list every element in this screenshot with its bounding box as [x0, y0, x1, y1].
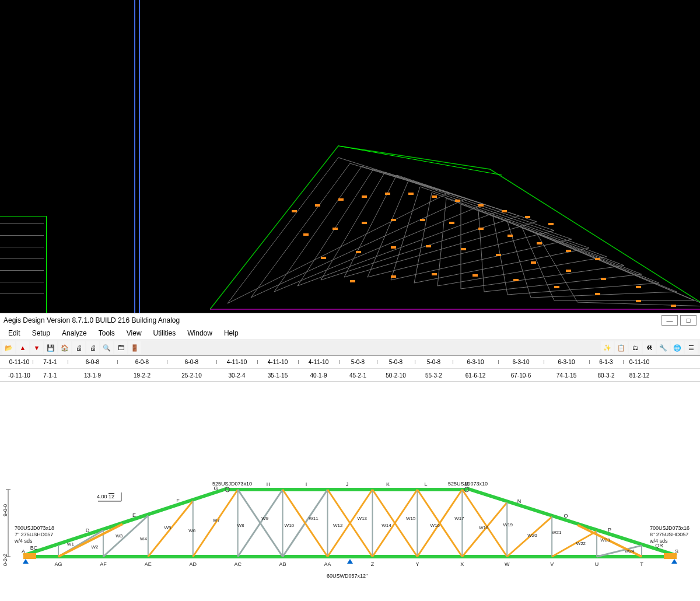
dimension-cell: 13-1-9 — [68, 372, 117, 379]
menu-view[interactable]: View — [122, 328, 146, 338]
svg-rect-5 — [385, 193, 390, 195]
elevation-view[interactable]: 700USJD073x18 7" 275USHD057 w/4 sds 700U… — [0, 382, 700, 601]
svg-text:W4: W4 — [140, 536, 148, 541]
page-preview-icon[interactable]: 🔍 — [100, 341, 113, 354]
layers-icon[interactable]: 🗂 — [629, 341, 642, 354]
dimension-cell: 30-2-4 — [216, 372, 257, 379]
svg-rect-13 — [303, 233, 309, 236]
dimension-cell: 55-3-2 — [415, 372, 453, 379]
svg-rect-26 — [391, 246, 396, 249]
svg-rect-41 — [636, 300, 641, 302]
svg-text:W9: W9 — [261, 516, 269, 521]
maximize-button[interactable]: □ — [680, 315, 696, 326]
dimension-cell: 5-0-8 — [339, 359, 377, 365]
menu-window[interactable]: Window — [183, 328, 217, 338]
svg-text:AF: AF — [100, 561, 107, 567]
svg-text:W16: W16 — [430, 523, 440, 528]
svg-text:AC: AC — [234, 561, 242, 567]
options-icon[interactable]: 📋 — [615, 341, 628, 354]
menubar: Edit Setup Analyze Tools View Utilities … — [0, 327, 700, 340]
svg-text:W21: W21 — [552, 530, 562, 535]
svg-text:H: H — [267, 481, 271, 487]
svg-text:U: U — [595, 561, 599, 567]
svg-text:W8: W8 — [237, 523, 245, 528]
print-icon[interactable]: 🖨 — [72, 341, 85, 354]
dimension-cell: 6-3-10 — [544, 359, 589, 365]
svg-rect-33 — [636, 286, 641, 288]
dimension-cell: 74-1-15 — [544, 372, 589, 379]
svg-rect-4 — [362, 195, 367, 198]
tri-down-icon[interactable]: ▼ — [30, 341, 43, 354]
menu-help[interactable]: Help — [219, 328, 243, 338]
svg-rect-36 — [432, 273, 437, 275]
settings-icon[interactable]: 🛠 — [643, 341, 656, 354]
svg-text:F: F — [176, 498, 180, 504]
svg-rect-1 — [292, 210, 297, 212]
svg-rect-3 — [338, 198, 344, 201]
svg-text:W5: W5 — [164, 525, 172, 530]
menu-setup[interactable]: Setup — [27, 328, 55, 338]
svg-text:X: X — [460, 561, 464, 567]
dimension-cell: 6-0-8 — [68, 359, 117, 365]
svg-marker-126 — [347, 559, 353, 564]
svg-text:W24: W24 — [625, 548, 635, 554]
dimension-cell: 35-1-15 — [257, 372, 298, 379]
svg-line-0 — [338, 146, 502, 175]
svg-rect-39 — [554, 286, 559, 288]
svg-text:BC: BC — [30, 545, 38, 551]
wizard-icon[interactable]: ✨ — [601, 341, 614, 354]
svg-text:W2: W2 — [92, 544, 99, 550]
wrench-icon[interactable]: 🔧 — [657, 341, 670, 354]
dimension-cell: -0-11-10 — [6, 372, 33, 379]
dimension-cell: 5-0-8 — [415, 359, 453, 365]
svg-rect-30 — [531, 261, 536, 264]
svg-text:W1: W1 — [67, 541, 75, 547]
svg-text:W23: W23 — [600, 537, 610, 543]
tri-up-icon[interactable]: ▲ — [16, 341, 29, 354]
print-preview-icon[interactable]: 🖨 — [86, 341, 99, 354]
dimension-cell: 80-3-2 — [589, 372, 623, 379]
svg-line-58 — [193, 490, 238, 557]
titlebar: Aegis Design Version 8.7.1.0 BUILD 216 B… — [0, 313, 700, 327]
svg-rect-37 — [473, 274, 478, 277]
svg-text:L: L — [424, 481, 427, 487]
svg-marker-125 — [671, 559, 677, 564]
svg-rect-7 — [432, 195, 437, 198]
dimension-cell: 4-11-10 — [257, 359, 298, 365]
dimension-cell: 7-1-1 — [33, 359, 68, 365]
3d-viewport[interactable] — [0, 0, 700, 313]
save-icon[interactable]: 💾 — [44, 341, 57, 354]
exit-icon[interactable]: 🚪 — [128, 341, 141, 354]
menu-analyze[interactable]: Analyze — [57, 328, 92, 338]
svg-text:Y: Y — [415, 561, 419, 567]
svg-rect-11 — [525, 216, 530, 218]
svg-text:AB: AB — [279, 561, 286, 567]
home-icon[interactable]: 🏠 — [58, 341, 71, 354]
svg-text:M: M — [464, 481, 469, 487]
svg-rect-32 — [601, 278, 606, 280]
svg-rect-35 — [391, 275, 396, 278]
globe-icon[interactable]: 🌐 — [671, 341, 684, 354]
minimize-button[interactable]: — — [662, 315, 678, 326]
open-icon[interactable]: 📂 — [2, 341, 15, 354]
menu-edit[interactable]: Edit — [4, 328, 25, 338]
svg-text:QR: QR — [655, 543, 663, 548]
svg-rect-15 — [362, 222, 367, 224]
svg-text:W13: W13 — [358, 516, 368, 521]
svg-text:W20: W20 — [527, 533, 537, 538]
menu-utilities[interactable]: Utilities — [149, 328, 181, 338]
dimension-cell: 67-10-6 — [498, 372, 544, 379]
mini-structure — [0, 216, 47, 313]
svg-rect-9 — [478, 204, 484, 207]
dimension-cell: 4-11-10 — [216, 359, 257, 365]
svg-rect-24 — [321, 257, 326, 259]
svg-text:K: K — [386, 481, 390, 487]
dimension-cell: 7-1-1 — [33, 372, 68, 379]
svg-rect-42 — [671, 305, 676, 307]
world-icon[interactable]: 🗔 — [114, 341, 127, 354]
svg-rect-27 — [426, 245, 431, 247]
menu-tools[interactable]: Tools — [94, 328, 120, 338]
menu-icon[interactable]: ☰ — [685, 341, 698, 354]
svg-text:W12: W12 — [333, 523, 343, 528]
svg-text:W14: W14 — [382, 523, 391, 528]
